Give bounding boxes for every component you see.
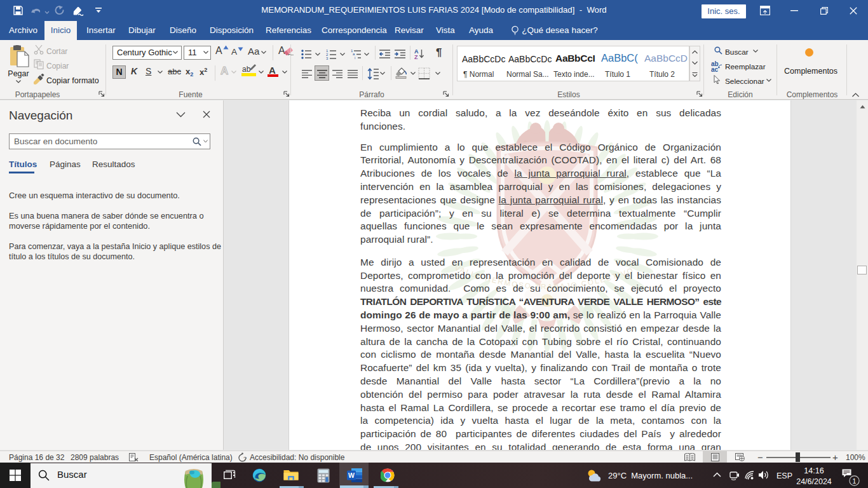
svg-text:?: ?	[243, 456, 247, 462]
svg-text:Z: Z	[414, 54, 418, 60]
svg-text:W: W	[348, 471, 355, 479]
svg-text:3: 3	[326, 57, 329, 60]
svg-text:1: 1	[853, 477, 857, 485]
svg-text:i: i	[355, 56, 355, 60]
